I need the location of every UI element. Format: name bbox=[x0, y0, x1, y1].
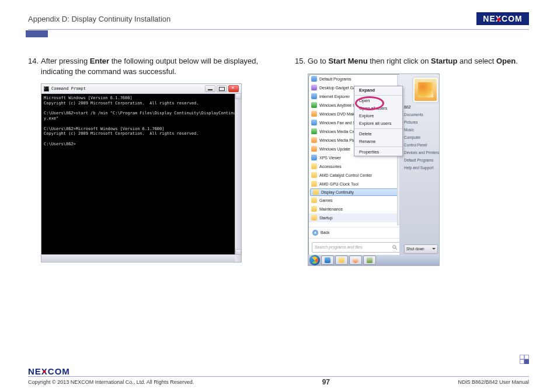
figure-start-menu: Default Programs Desktop Gadget Gallery … bbox=[308, 74, 440, 266]
tb-media-player-button[interactable] bbox=[349, 256, 362, 265]
t15-open: Open bbox=[496, 57, 516, 65]
start-menu-right-pane: 862 Documents Pictures Music Computer Co… bbox=[399, 74, 440, 256]
svg-line-1 bbox=[395, 248, 397, 250]
footer-manual: NDiS B862/B842 User Manual bbox=[458, 379, 529, 385]
cmd-title: Command Prompt bbox=[51, 86, 86, 91]
cmd-vscrollbar[interactable] bbox=[235, 93, 241, 262]
footer-rule bbox=[28, 376, 529, 377]
program-icon bbox=[311, 146, 317, 152]
step-15-text: Go to Start Menu then right click on Sta… bbox=[308, 56, 529, 66]
close-button[interactable] bbox=[228, 85, 239, 92]
logo-left: NE bbox=[483, 14, 495, 23]
t15-pre: Go to bbox=[308, 57, 328, 65]
sm-label: Windows Update bbox=[319, 147, 350, 151]
footer-logo: NEXCOM bbox=[28, 366, 529, 376]
page-number: 97 bbox=[322, 378, 330, 386]
footer-decoration-squares bbox=[520, 355, 529, 364]
scroll-down-button[interactable] bbox=[235, 249, 241, 255]
tb-pinned-button[interactable] bbox=[363, 256, 376, 265]
sm-item-maintenance[interactable]: Maintenance bbox=[309, 205, 403, 214]
program-icon bbox=[311, 120, 317, 125]
app-icon bbox=[367, 257, 373, 263]
ctx-delete[interactable]: Delete bbox=[354, 130, 402, 138]
cmd-body: Microsoft Windows [Version 6.1.7600] Cop… bbox=[41, 94, 241, 262]
cmd-hscrollbar[interactable] bbox=[41, 254, 235, 262]
sm-search-input[interactable]: Search programs and files bbox=[312, 242, 401, 253]
brand-logo: NEXCOM bbox=[476, 12, 529, 25]
sm-label: Startup bbox=[319, 216, 333, 220]
sm-right-devices[interactable]: Devices and Printers bbox=[404, 149, 438, 156]
scroll-up-button[interactable] bbox=[235, 93, 241, 99]
sm-item-amd-catalyst[interactable]: AMD Catalyst Control Center bbox=[309, 171, 403, 180]
sm-item-display-continuity[interactable]: Display Continuity bbox=[310, 188, 402, 196]
cmd-l8: Copyright (c) 2009 Microsoft Corporation… bbox=[44, 131, 199, 136]
sm-username[interactable]: 862 bbox=[404, 103, 438, 111]
user-picture[interactable] bbox=[413, 78, 438, 102]
cmd-l5: y.exe" bbox=[44, 116, 58, 121]
shutdown-label: Shut down bbox=[406, 247, 424, 251]
sm-right-help[interactable]: Help and Support bbox=[404, 164, 438, 172]
sm-item-amd-gpu-clock[interactable]: AMD GPU Clock Tool bbox=[309, 180, 403, 188]
t15-startmenu: Start Menu bbox=[328, 57, 367, 65]
t14-enter: Enter bbox=[90, 57, 109, 65]
sm-item-startup[interactable]: Startup bbox=[309, 214, 403, 222]
cmd-l7: C:\Users\862>Microsoft Windows [Version … bbox=[44, 127, 165, 131]
sm-separator bbox=[309, 227, 403, 228]
sm-back-button[interactable]: Back bbox=[309, 229, 403, 237]
sm-item-games[interactable]: Games bbox=[309, 196, 403, 205]
ie-icon bbox=[325, 257, 330, 263]
sm-right-default-programs[interactable]: Default Programs bbox=[404, 156, 438, 164]
sm-label: Accessories bbox=[319, 164, 342, 169]
start-button[interactable] bbox=[309, 255, 320, 265]
sm-label: Games bbox=[319, 198, 333, 202]
sm-label: AMD GPU Clock Tool bbox=[319, 182, 358, 186]
step-15: 15. Go to Start Menu then right click on… bbox=[295, 56, 529, 66]
svg-point-0 bbox=[393, 245, 396, 248]
cmd-icon bbox=[44, 86, 49, 92]
sm-right-computer[interactable]: Computer bbox=[404, 134, 438, 141]
ctx-open-all-users[interactable]: Open all users bbox=[354, 104, 402, 112]
step-14: 14. After pressing Enter the following o… bbox=[28, 56, 262, 76]
t15-startup: Startup bbox=[431, 57, 458, 65]
search-icon bbox=[392, 244, 398, 250]
t15-m2: and select bbox=[457, 57, 496, 65]
ctx-rename[interactable]: Rename bbox=[354, 138, 402, 145]
program-icon bbox=[311, 155, 317, 160]
footer-copyright: Copyright © 2013 NEXCOM International Co… bbox=[28, 379, 194, 385]
footer-logo-right: COM bbox=[48, 366, 70, 376]
minimize-button[interactable] bbox=[205, 85, 215, 92]
t15-m1: then right click on bbox=[368, 57, 431, 65]
sm-item-accessories[interactable]: Accessories bbox=[309, 162, 403, 171]
program-icon bbox=[311, 76, 317, 82]
step-14-number: 14. bbox=[28, 56, 41, 76]
sm-label: Windows DVD Maker bbox=[319, 112, 358, 116]
shutdown-button[interactable]: Shut down bbox=[404, 244, 438, 254]
sm-search-placeholder: Search programs and files bbox=[315, 245, 363, 249]
sm-right-pictures[interactable]: Pictures bbox=[404, 118, 438, 126]
command-prompt-window: Command Prompt Microsoft Windows [Versio… bbox=[41, 84, 241, 262]
folder-icon bbox=[339, 257, 344, 263]
ctx-explore-all-users[interactable]: Explore all users bbox=[354, 120, 402, 127]
tb-explorer-button[interactable] bbox=[335, 256, 348, 265]
media-player-icon bbox=[353, 257, 358, 263]
sm-right-control-panel[interactable]: Control Panel bbox=[404, 141, 438, 149]
sm-label: Default Programs bbox=[319, 77, 351, 81]
ctx-properties[interactable]: Properties bbox=[354, 148, 402, 156]
logo-right: COM bbox=[502, 14, 523, 23]
ctx-sep bbox=[354, 95, 402, 96]
sm-item-default-programs[interactable]: Default Programs bbox=[309, 75, 403, 83]
folder-icon bbox=[311, 197, 317, 203]
sm-right-music[interactable]: Music bbox=[404, 126, 438, 134]
ctx-open[interactable]: Open bbox=[354, 97, 402, 104]
context-menu: Expand Open Open all users Explore Explo… bbox=[354, 86, 403, 156]
program-icon bbox=[311, 128, 317, 134]
program-icon bbox=[311, 137, 317, 143]
sm-label: Internet Explorer bbox=[319, 94, 350, 99]
sm-right-documents[interactable]: Documents bbox=[404, 111, 438, 118]
ctx-explore[interactable]: Explore bbox=[354, 112, 402, 120]
ctx-expand[interactable]: Expand bbox=[354, 86, 402, 94]
maximize-button[interactable] bbox=[217, 85, 227, 92]
appendix-title: Appendix D: Display Continuity Installat… bbox=[28, 15, 170, 23]
chevron-right-icon[interactable] bbox=[432, 248, 436, 250]
tb-ie-button[interactable] bbox=[321, 256, 334, 265]
